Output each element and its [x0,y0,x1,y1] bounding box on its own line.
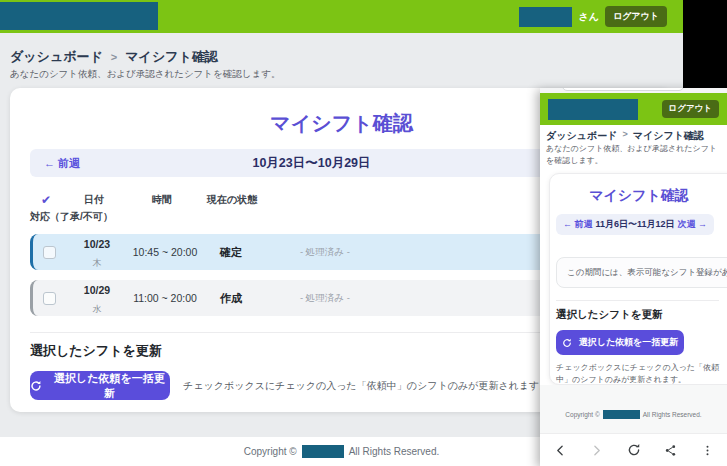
user-honorific: さん [578,10,598,24]
mobile-screenshot-overlay: ログアウト ダッシュボード > マイシフト確認 あなたのシフト依頼、および承認さ… [540,88,727,466]
refresh-icon [30,380,42,392]
mobile-week-navigation: ← 前週 11月6日〜11月12日 次週 → [556,214,714,235]
back-icon[interactable] [549,439,571,461]
mobile-logout-button[interactable]: ログアウト [662,100,720,118]
cell-time: 10:45 ~ 20:00 [129,246,201,258]
cell-status: 作成 [201,291,293,306]
week-range-label: 10月23日〜10月29日 [30,155,593,172]
redaction-black-box [683,0,727,88]
row-checkbox[interactable] [43,292,56,305]
cell-date: 10/29 水 [65,280,129,317]
mobile-footer: Copyright © All Rights Reserved. [540,385,727,433]
mobile-next-week-link[interactable]: 次週 → [678,218,708,231]
column-header-time: 時間 [126,193,198,207]
mobile-copyright-prefix: Copyright © [565,411,599,418]
screenshot-stage: さん ログアウト ダッシュボード > マイシフト確認 あなたのシフト依頼、および… [0,0,727,466]
desktop-user-area: さん ログアウト [519,0,667,33]
row-checkbox[interactable] [43,246,56,259]
weekday-value: 木 [93,258,102,268]
desktop-top-nav: さん ログアウト [0,0,683,33]
mobile-copyright-suffix: All Rights Reserved. [643,411,702,418]
mobile-breadcrumb-current: マイシフト確認 [633,129,704,143]
company-name-redacted [302,445,344,458]
breadcrumb-dashboard-link[interactable]: ダッシュボード [10,48,103,66]
bulk-update-button[interactable]: 選択した依頼を一括更新 [30,371,170,400]
mobile-update-section-heading: 選択したシフトを更新 [556,308,662,322]
mobile-week-range-label: 11月6日〜11月12日 [595,218,674,231]
mobile-site-logo-redacted [548,99,638,120]
copyright-suffix: All Rights Reserved. [349,446,440,457]
breadcrumb-current: マイシフト確認 [125,48,218,66]
logout-button[interactable]: ログアウト [605,6,667,27]
cell-status: 確定 [201,245,293,260]
mobile-browser-navbar [540,433,727,466]
mobile-bulk-update-button[interactable]: 選択した依頼を一括更新 [556,330,684,355]
mobile-card-title: マイシフト確認 [550,187,727,205]
username-redacted [519,7,572,27]
weekday-value: 水 [93,304,102,314]
date-value: 10/29 [84,284,110,296]
breadcrumb: ダッシュボード > マイシフト確認 [10,48,218,66]
bulk-update-label: 選択した依頼を一括更新 [49,371,170,401]
update-note: チェックボックスにチェックの入った「依頼中」のシフトのみが更新されます。 [183,379,549,393]
mobile-url-bar[interactable] [562,88,684,91]
check-column-icon: ✔ [30,193,62,207]
mobile-page-subtitle: あなたのシフト依頼、および承認されたシフトを確認します。 [546,143,724,166]
column-header-date: 日付 [62,193,126,207]
mobile-top-nav: ログアウト [540,93,727,125]
share-icon[interactable] [659,439,681,461]
mobile-company-name-redacted [603,410,640,419]
mobile-section-divider [556,300,719,301]
cell-date: 10/23 木 [65,234,129,271]
mobile-empty-message: この期間には、表示可能なシフト登録があ [556,257,727,288]
copyright-prefix: Copyright © [244,446,297,457]
date-value: 10/23 [84,238,110,250]
cell-time: 11:00 ~ 20:00 [129,292,201,304]
reload-icon[interactable] [623,439,645,461]
mobile-bulk-update-label: 選択した依頼を一括更新 [579,336,679,349]
overflow-menu-icon[interactable] [696,439,718,461]
forward-icon[interactable] [586,439,608,461]
mobile-previous-week-link[interactable]: ← 前週 [563,218,593,231]
site-logo-redacted [0,2,158,30]
mobile-breadcrumb-dashboard-link[interactable]: ダッシュボード [546,129,617,143]
mobile-update-note: チェックボックスにチェックの入った「依頼中」のシフトのみが更新されます。 [556,362,724,386]
mobile-shift-card: マイシフト確認 ← 前週 11月6日〜11月12日 次週 → この期間には、表示… [549,173,727,385]
page-subtitle: あなたのシフト依頼、および承認されたシフトを確認します。 [10,68,280,81]
mobile-breadcrumb-separator: > [622,129,627,143]
column-header-status: 現在の状態 [198,193,290,207]
breadcrumb-separator: > [111,51,117,63]
refresh-icon [562,338,572,348]
mobile-breadcrumb: ダッシュボード > マイシフト確認 [546,129,704,143]
